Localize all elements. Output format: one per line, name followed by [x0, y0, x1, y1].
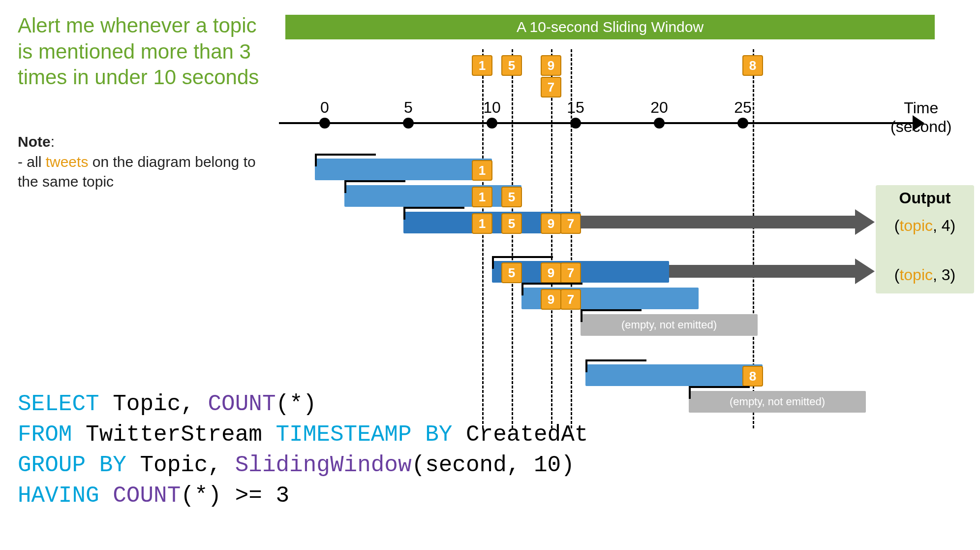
note-tweets: tweets — [46, 154, 89, 170]
sql-count: COUNT — [208, 391, 276, 417]
sql-sw: SlidingWindow — [235, 453, 412, 478]
window-title-text: A 10-second Sliding Window — [517, 19, 704, 35]
tick-dot-25 — [737, 118, 748, 129]
bar4-evt-5: 5 — [501, 262, 522, 283]
output-row1-count: 4 — [942, 217, 950, 234]
event-vline-7 — [571, 49, 572, 428]
sql-created: CreatedAt — [452, 422, 588, 448]
bar3-evt-7: 7 — [560, 213, 581, 234]
output-row-1: (topic, 4) — [876, 217, 974, 235]
bracket-7 — [585, 359, 646, 372]
tick-label-5: 5 — [404, 98, 413, 117]
event-box-1: 1 — [472, 55, 492, 76]
bracket-1 — [315, 154, 376, 166]
tick-label-25: 25 — [734, 98, 752, 117]
sql-code: SELECT Topic, COUNT(*) FROM TwitterStrea… — [18, 389, 854, 511]
tick-label-0: 0 — [320, 98, 329, 117]
axis-label-time: Time — [904, 99, 938, 117]
diagram-root: Alert me whenever a topic is mentioned m… — [0, 0, 980, 550]
tick-dot-0 — [319, 118, 330, 129]
tick-dot-10 — [487, 118, 497, 129]
note-colon: : — [51, 133, 55, 150]
output-arrow-2-shaft — [669, 265, 855, 278]
output-panel: Output (topic, 4) (topic, 3) — [876, 185, 974, 293]
bar5-evt-9: 9 — [541, 289, 561, 310]
bar2-evt-5: 5 — [501, 187, 522, 207]
bar5-evt-7: 7 — [560, 289, 581, 310]
time-axis — [279, 122, 915, 124]
sql-count2: COUNT — [99, 483, 181, 509]
tick-label-10: 10 — [483, 98, 501, 117]
tick-label-15: 15 — [567, 98, 584, 117]
output-row-2: (topic, 3) — [876, 266, 974, 284]
sql-from: FROM — [18, 422, 72, 448]
bar1-evt-1: 1 — [472, 160, 492, 181]
sql-select: SELECT — [18, 391, 99, 417]
event-box-9: 9 — [541, 55, 561, 76]
output-arrow-1-head — [855, 209, 875, 235]
bracket-2 — [344, 180, 405, 193]
event-box-5: 5 — [501, 55, 522, 76]
output-title: Output — [876, 189, 974, 207]
intro-text: Alert me whenever a topic is mentioned m… — [18, 13, 264, 91]
sql-groupby: GROUP BY — [18, 453, 126, 478]
axis-label-second: (second) — [890, 118, 952, 135]
bar3-evt-1: 1 — [472, 213, 492, 234]
output-arrow-1-shaft — [581, 216, 855, 228]
sql-star: (*) — [276, 391, 317, 417]
output-row2-count: 3 — [942, 266, 950, 284]
sql-topic: Topic, — [99, 391, 208, 417]
output-arrow-2-head — [855, 259, 875, 284]
tick-dot-20 — [654, 118, 665, 129]
bar4-evt-7: 7 — [560, 262, 581, 283]
output-row1-topic: topic — [899, 217, 933, 234]
note-block: Note: - all tweets on the diagram belong… — [18, 132, 264, 192]
event-vline-9 — [551, 49, 552, 428]
bar4-evt-9: 9 — [541, 262, 561, 283]
event-box-8: 8 — [742, 55, 763, 76]
sql-topic2: Topic, — [126, 453, 235, 478]
note-prefix: - all — [18, 154, 46, 170]
sql-having: HAVING — [18, 483, 99, 509]
bar3-evt-9: 9 — [541, 213, 561, 234]
tick-dot-5 — [403, 118, 414, 129]
sql-tsby: TIMESTEAMP BY — [276, 422, 453, 448]
bar7-evt-8: 8 — [742, 366, 763, 387]
bracket-6 — [581, 309, 642, 322]
event-vline-5 — [512, 49, 513, 428]
bar2-evt-1: 1 — [472, 187, 492, 207]
bracket-3 — [403, 207, 464, 220]
event-box-7: 7 — [541, 77, 561, 97]
event-vline-1 — [482, 49, 484, 428]
sql-tail: (*) >= 3 — [181, 483, 289, 509]
sql-stream: TwitterStream — [72, 422, 276, 448]
axis-label: Time (second) — [890, 98, 952, 136]
note-bold: Note — [18, 133, 51, 150]
output-row2-topic: topic — [899, 266, 933, 284]
tick-label-20: 20 — [650, 98, 668, 117]
bar3-evt-5: 5 — [501, 213, 522, 234]
sql-swargs: (second, 10) — [412, 453, 575, 478]
window-title-bar: A 10-second Sliding Window — [285, 15, 935, 39]
